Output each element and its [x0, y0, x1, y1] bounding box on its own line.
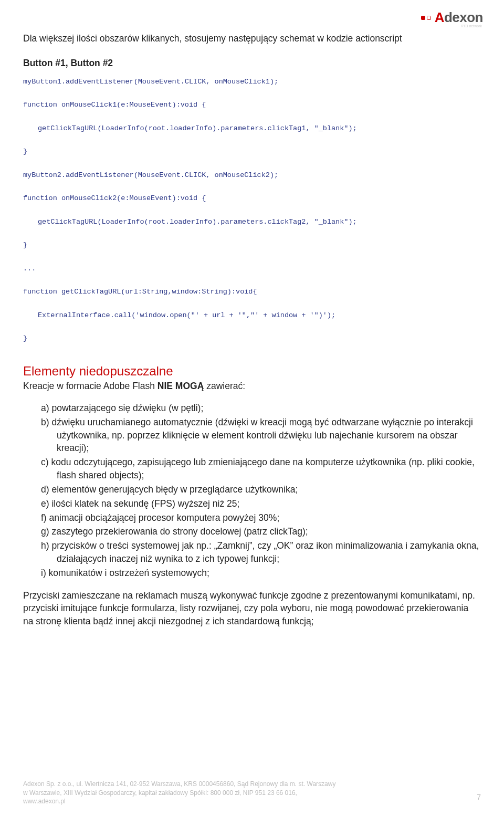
logo-text: Adexon — [435, 9, 483, 26]
closing-paragraph: Przyciski zamieszczane na reklamach musz… — [23, 589, 481, 628]
footer-line: Adexon Sp. z o.o., ul. Wiertnicza 141, 0… — [23, 780, 335, 788]
code-line: function onMouseClick2(e:MouseEvent):voi… — [23, 194, 206, 202]
list-item: h) przycisków o treści systemowej jak np… — [23, 539, 481, 565]
code-line: function getClickTagURL(url:String,windo… — [23, 288, 257, 296]
section-lead: Kreacje w formacie Adobe Flash NIE MOGĄ … — [23, 380, 481, 392]
list-item: d) elementów generujących błędy w przegl… — [23, 483, 481, 496]
footer-line: www.adexon.pl — [23, 797, 335, 805]
logo-icon — [427, 16, 431, 20]
text-bold: NIE MOGĄ — [158, 381, 204, 391]
list-item: i) komunikatów i ostrzeżeń systemowych; — [23, 567, 481, 580]
page-number: 7 — [477, 792, 481, 805]
code-line: ... — [23, 265, 36, 273]
list-item: g) zaszytego przekierowania do strony do… — [23, 525, 481, 538]
code-line: } — [23, 241, 27, 249]
page-footer: Adexon Sp. z o.o., ul. Wiertnicza 141, 0… — [23, 780, 481, 805]
list-item: e) ilości klatek na sekundę (FPS) wyższe… — [23, 497, 481, 510]
text: Kreacje w formacie Adobe Flash — [23, 381, 158, 391]
code-line: function onMouseClick1(e:MouseEvent):voi… — [23, 101, 206, 109]
code-line: getClickTagURL(LoaderInfo(root.loaderInf… — [23, 216, 357, 228]
logo-subtitle: RTB network — [461, 24, 482, 28]
footer-address: Adexon Sp. z o.o., ul. Wiertnicza 141, 0… — [23, 780, 335, 805]
code-line: } — [23, 334, 27, 342]
code-line: myButton1.addEventListener(MouseEvent.CL… — [23, 78, 278, 86]
prohibited-list: a) powtarzającego się dźwięku (w pętli);… — [23, 402, 481, 580]
code-line: myButton2.addEventListener(MouseEvent.CL… — [23, 171, 278, 179]
code-subheading: Button #1, Button #2 — [23, 58, 481, 69]
list-item: f) animacji obciążającej procesor komput… — [23, 511, 481, 525]
intro-paragraph: Dla większej ilości obszarów klikanych, … — [23, 33, 481, 45]
document-page: Adexon RTB network Dla większej ilości o… — [0, 0, 504, 817]
code-line: ExternalInterface.call('window.open("' +… — [23, 310, 335, 321]
list-item: b) dźwięku uruchamianego automatycznie (… — [23, 416, 481, 455]
brand-logo: Adexon RTB network — [421, 9, 483, 26]
code-line: getClickTagURL(LoaderInfo(root.loaderInf… — [23, 123, 357, 134]
list-item: c) kodu odczytującego, zapisującego lub … — [23, 456, 481, 482]
section-heading: Elementy niedopuszczalne — [23, 364, 481, 379]
footer-line: w Warszawie, XIII Wydział Gospodarczy, k… — [23, 789, 335, 797]
text: zawierać: — [204, 381, 245, 391]
logo-icon — [421, 16, 425, 20]
list-item: a) powtarzającego się dźwięku (w pętli); — [23, 402, 481, 415]
code-block: myButton1.addEventListener(MouseEvent.CL… — [23, 76, 481, 345]
code-line: } — [23, 148, 27, 155]
